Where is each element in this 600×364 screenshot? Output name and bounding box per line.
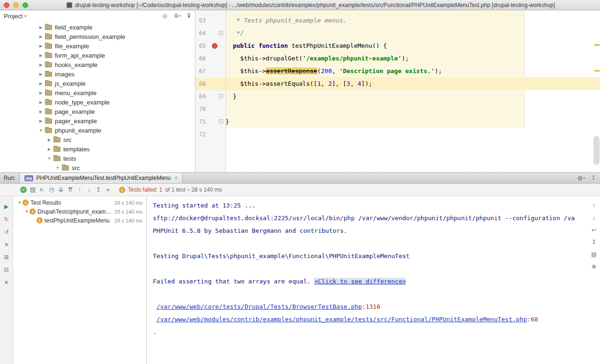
- gutter-icons: [206, 14, 225, 27]
- project-panel-title[interactable]: Project: [4, 13, 22, 20]
- tree-item[interactable]: ▼src: [0, 163, 195, 172]
- tree-item[interactable]: ▶hooks_example: [0, 60, 195, 69]
- show-console-icon[interactable]: ▤: [28, 186, 38, 193]
- project-settings-button[interactable]: ⚙▾: [174, 13, 181, 19]
- fold-icon[interactable]: −: [219, 119, 223, 124]
- chevron-down-icon[interactable]: ▼: [46, 156, 52, 161]
- tree-item[interactable]: ▶page_example: [0, 107, 195, 116]
- chevron-right-icon[interactable]: ▶: [38, 72, 44, 76]
- minimize-window-button[interactable]: [13, 2, 19, 8]
- sort-alphabetically-icon[interactable]: a↓: [38, 186, 47, 193]
- chevron-down-icon[interactable]: ▼: [38, 128, 44, 133]
- tree-item[interactable]: ▶node_type_example: [0, 97, 195, 107]
- close-icon[interactable]: ×: [3, 279, 10, 286]
- test-tree-row[interactable]: ▼!Drupal\Tests\phpunit_example\Functiona…: [13, 207, 146, 216]
- stop-icon[interactable]: ■: [3, 241, 10, 248]
- chevron-right-icon[interactable]: ▶: [38, 35, 44, 39]
- tree-item-label: hooks_example: [55, 61, 98, 68]
- tree-item[interactable]: ▼phpunit_example: [0, 126, 195, 135]
- scroll-from-source-icon[interactable]: ◎: [162, 13, 167, 19]
- chevron-down-icon[interactable]: ▼: [17, 201, 22, 205]
- tree-item[interactable]: ▶images: [0, 69, 195, 79]
- fold-icon[interactable]: −: [219, 31, 223, 35]
- console-link[interactable]: /var/www/web/core/tests/Drupal/Tests/Bro…: [157, 303, 362, 310]
- code-segment: ], [: [332, 80, 346, 87]
- editor-line: 65 public function testPhpUnitExampleMen…: [195, 39, 600, 52]
- chevron-right-icon[interactable]: ▶: [38, 110, 44, 114]
- restore-layout-icon[interactable]: ⊞: [3, 253, 10, 261]
- console-text: PHPUnit 6.5.8 by Sebastian Bergmann and …: [153, 227, 347, 234]
- chevron-right-icon[interactable]: ▶: [38, 82, 44, 86]
- breakpoint-icon[interactable]: [212, 43, 218, 49]
- zoom-window-button[interactable]: [22, 2, 28, 8]
- tab-close-icon[interactable]: ×: [174, 175, 178, 181]
- chevron-right-icon[interactable]: ▶: [38, 63, 44, 67]
- rerun-icon[interactable]: ▶: [3, 203, 10, 210]
- test-tree-row[interactable]: !testPhpUnitExampleMenu28 s 140 ms: [13, 216, 146, 225]
- warning-stripe-mark[interactable]: [594, 70, 600, 72]
- tree-item[interactable]: ▶templates: [0, 144, 195, 154]
- tree-item[interactable]: ▶src: [0, 135, 195, 144]
- rerun-failed-icon[interactable]: ↻: [3, 215, 10, 223]
- editor[interactable]: 63 * Tests phpunit_example menus.64− */6…: [195, 10, 600, 172]
- chevron-right-icon[interactable]: ▶: [38, 44, 44, 48]
- chevron-down-icon[interactable]: ▼: [54, 166, 61, 170]
- show-passed-icon[interactable]: ✓: [20, 186, 27, 193]
- window-title: drupal-testing-workshop [~/Code/os/drupa…: [28, 2, 600, 8]
- scroll-to-bottom-icon[interactable]: ↓: [589, 214, 599, 222]
- dropdown-caret-icon[interactable]: ▾: [24, 14, 26, 18]
- chevron-right-icon[interactable]: ▶: [38, 25, 44, 30]
- chevrons-icon[interactable]: »: [103, 186, 112, 193]
- failed-test-icon: !: [30, 208, 36, 215]
- close-window-button[interactable]: [4, 2, 9, 8]
- diff-link[interactable]: <Click to see difference>: [314, 278, 406, 285]
- run-settings-button[interactable]: ⚙▾: [578, 175, 585, 182]
- tree-item[interactable]: ▶pager_example: [0, 116, 195, 126]
- console-link[interactable]: /var/www/web/modules/contrib/examples/ph…: [157, 316, 527, 323]
- tree-item[interactable]: ▶field_example: [0, 22, 195, 32]
- chevron-down-icon[interactable]: ▼: [24, 209, 30, 214]
- folder-icon: [45, 109, 52, 114]
- scroll-to-end-icon[interactable]: ↧: [589, 238, 599, 246]
- expand-all-icon[interactable]: ⇊: [56, 186, 66, 193]
- sort-by-duration-icon[interactable]: ◷: [47, 186, 56, 193]
- next-failed-icon[interactable]: ↓: [84, 186, 94, 193]
- scroll-to-top-icon[interactable]: ↑: [589, 202, 599, 209]
- tree-item[interactable]: ▶field_permission_example: [0, 32, 195, 41]
- editor-line: 66 $this->drupalGet('/examples/phpunit-e…: [195, 52, 600, 65]
- editor-line: 64− */: [195, 27, 600, 39]
- hide-run-panel-icon[interactable]: ▾: [592, 176, 594, 180]
- import-results-icon[interactable]: ↥: [94, 186, 103, 193]
- tree-item-label: phpunit_example: [55, 127, 101, 134]
- run-tab[interactable]: php PHPUnitExampleMenuTest.testPhpUnitEx…: [19, 173, 183, 183]
- collapse-all-icon[interactable]: ⇈: [66, 186, 75, 193]
- tree-item[interactable]: ▶menu_example: [0, 88, 195, 97]
- editor-scrollbar[interactable]: [593, 136, 600, 165]
- auto-test-icon[interactable]: ↺: [3, 228, 10, 236]
- code-text: $this->drupalGet('/examples/phpunit-exam…: [225, 52, 409, 65]
- fold-icon[interactable]: −: [219, 94, 223, 98]
- pin-tab-icon[interactable]: ⊟: [3, 266, 10, 274]
- tree-item[interactable]: ▶form_api_example: [0, 51, 195, 60]
- tree-item[interactable]: ▶js_example: [0, 79, 195, 88]
- chevron-right-icon[interactable]: ▶: [46, 147, 52, 151]
- test-tree-row[interactable]: ▼!Test Results28 s 140 ms: [13, 198, 146, 207]
- chevron-right-icon[interactable]: ▶: [38, 100, 44, 104]
- chevron-right-icon[interactable]: ▶: [46, 138, 52, 142]
- chevron-right-icon[interactable]: ▶: [38, 91, 44, 95]
- chevron-right-icon[interactable]: ▶: [38, 119, 44, 123]
- folder-icon: [45, 72, 52, 77]
- console-output[interactable]: Testing started at 13:25 ...sftp://docke…: [147, 196, 588, 364]
- hide-panel-icon[interactable]: ▾: [188, 14, 190, 18]
- previous-failed-icon[interactable]: ↑: [75, 186, 84, 193]
- soft-wrap-icon[interactable]: ↩: [589, 226, 599, 234]
- chevron-right-icon[interactable]: ▶: [38, 53, 44, 58]
- print-icon[interactable]: ▤: [589, 251, 599, 258]
- console-text: Testing started at 13:25 ...: [153, 202, 255, 209]
- tree-item-label: tests: [63, 155, 76, 162]
- tests-failed-text: Tests failed: 1: [128, 186, 162, 193]
- tree-item[interactable]: ▶file_example: [0, 41, 195, 51]
- warning-stripe-mark[interactable]: [594, 44, 600, 46]
- tree-item[interactable]: ▼tests: [0, 154, 195, 163]
- clear-all-icon[interactable]: ⊗: [589, 263, 599, 270]
